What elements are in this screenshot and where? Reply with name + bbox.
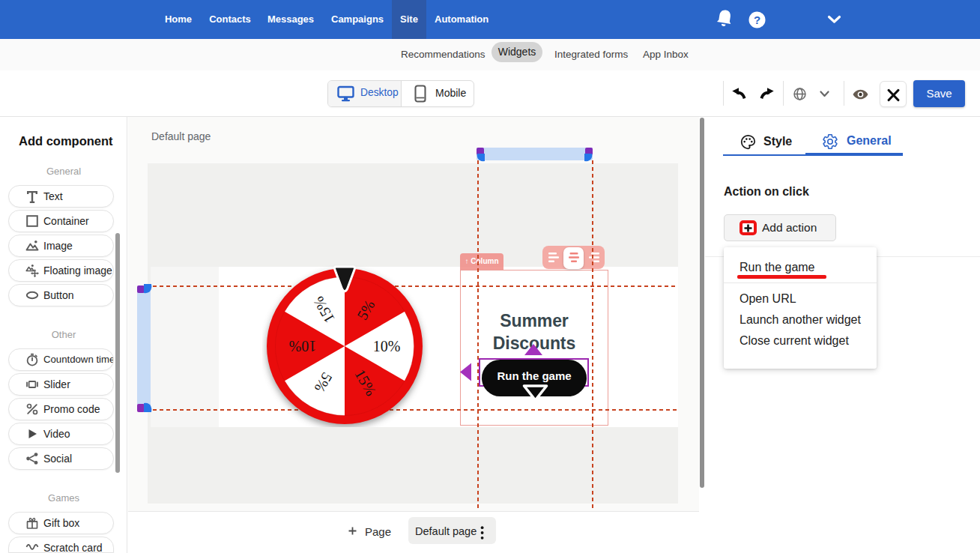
svg-text:?: ? bbox=[754, 13, 760, 26]
svg-text:10%: 10% bbox=[373, 338, 401, 354]
svg-text:10%: 10% bbox=[289, 338, 317, 354]
